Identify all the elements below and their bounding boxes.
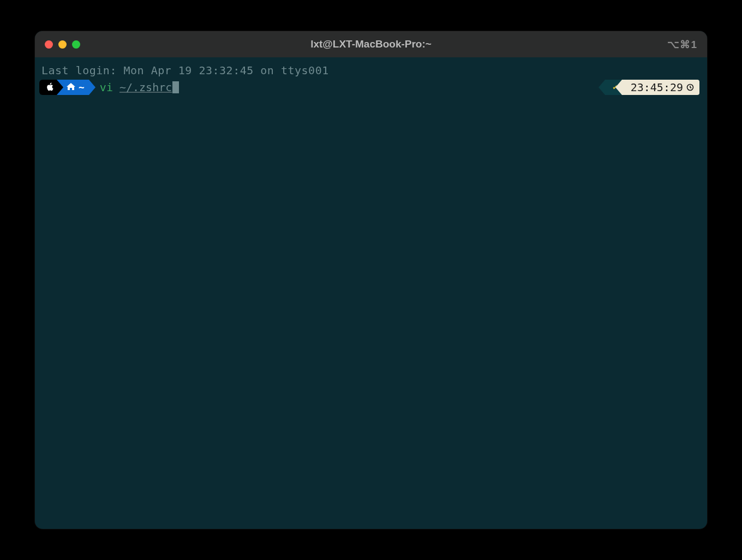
command-argument: ~/.zshrc bbox=[119, 80, 172, 95]
clock-icon bbox=[686, 80, 694, 95]
apple-icon bbox=[46, 80, 53, 95]
prompt-row: ~ vi ~/.zshrc ✔ 23:45:29 bbox=[39, 79, 703, 96]
home-icon bbox=[67, 80, 75, 94]
cursor bbox=[172, 81, 179, 93]
prompt-right: ✔ 23:45:29 bbox=[605, 80, 699, 95]
fullscreen-button[interactable] bbox=[72, 40, 80, 49]
close-button[interactable] bbox=[45, 40, 53, 49]
os-segment bbox=[39, 80, 57, 95]
titlebar-shortcut-hint: ⌥⌘1 bbox=[667, 38, 697, 51]
command-name: vi bbox=[100, 80, 113, 95]
window-title: lxt@LXT-MacBook-Pro:~ bbox=[310, 38, 432, 50]
prompt-left: ~ bbox=[39, 79, 89, 96]
last-login-text: Last login: Mon Apr 19 23:32:45 on ttys0… bbox=[39, 63, 703, 78]
time-text: 23:45:29 bbox=[631, 80, 683, 95]
traffic-lights bbox=[45, 40, 80, 49]
time-segment: 23:45:29 bbox=[622, 80, 699, 95]
minimize-button[interactable] bbox=[58, 40, 67, 49]
titlebar[interactable]: lxt@LXT-MacBook-Pro:~ ⌥⌘1 bbox=[35, 31, 707, 57]
terminal-body[interactable]: Last login: Mon Apr 19 23:32:45 on ttys0… bbox=[35, 57, 707, 529]
terminal-window: lxt@LXT-MacBook-Pro:~ ⌥⌘1 Last login: Mo… bbox=[35, 31, 707, 529]
command-input[interactable]: vi ~/.zshrc bbox=[100, 80, 179, 95]
path-text: ~ bbox=[79, 80, 85, 94]
